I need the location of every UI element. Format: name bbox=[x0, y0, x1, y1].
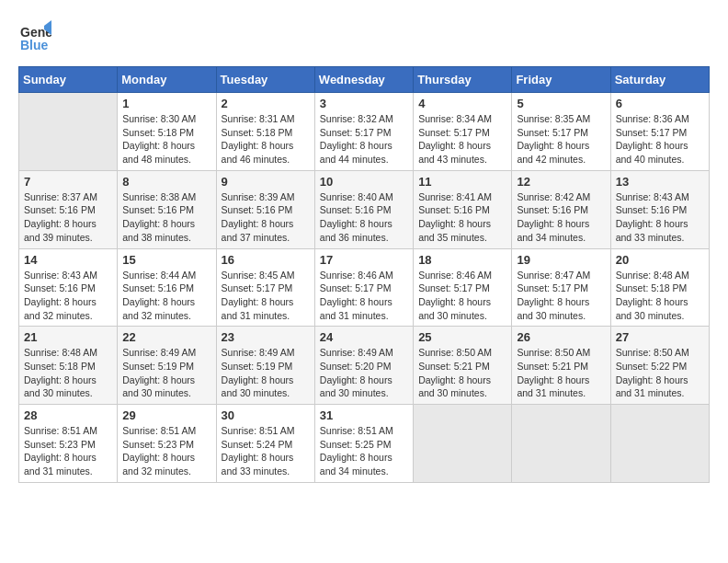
day-number: 6 bbox=[616, 97, 704, 110]
day-info: Sunrise: 8:39 AMSunset: 5:16 PMDaylight:… bbox=[222, 190, 310, 245]
day-info: Sunrise: 8:48 AMSunset: 5:18 PMDaylight:… bbox=[616, 269, 704, 323]
day-info: Sunrise: 8:45 AMSunset: 5:17 PMDaylight:… bbox=[222, 269, 310, 323]
day-number: 28 bbox=[24, 408, 112, 422]
calendar-cell: 22Sunrise: 8:49 AMSunset: 5:19 PMDayligh… bbox=[118, 327, 216, 405]
day-number: 8 bbox=[122, 175, 210, 189]
calendar-cell: 7Sunrise: 8:37 AMSunset: 5:16 PMDaylight… bbox=[19, 170, 118, 248]
day-info: Sunrise: 8:49 AMSunset: 5:19 PMDaylight:… bbox=[122, 346, 210, 400]
day-info: Sunrise: 8:35 AMSunset: 5:17 PMDaylight:… bbox=[517, 112, 605, 167]
calendar-week-row: 21Sunrise: 8:48 AMSunset: 5:18 PMDayligh… bbox=[19, 327, 710, 405]
page-header: General Blue bbox=[18, 18, 710, 52]
weekday-header: Thursday bbox=[414, 67, 512, 93]
day-number: 10 bbox=[320, 175, 408, 189]
calendar-cell: 4Sunrise: 8:34 AMSunset: 5:17 PMDaylight… bbox=[414, 93, 512, 171]
calendar-cell: 28Sunrise: 8:51 AMSunset: 5:23 PMDayligh… bbox=[19, 405, 118, 483]
day-info: Sunrise: 8:44 AMSunset: 5:16 PMDaylight:… bbox=[122, 269, 210, 323]
day-info: Sunrise: 8:51 AMSunset: 5:24 PMDaylight:… bbox=[222, 424, 310, 478]
day-number: 1 bbox=[122, 97, 210, 110]
day-info: Sunrise: 8:38 AMSunset: 5:16 PMDaylight:… bbox=[122, 190, 210, 245]
day-number: 20 bbox=[616, 253, 704, 267]
weekday-header: Saturday bbox=[610, 67, 709, 93]
day-number: 23 bbox=[222, 330, 310, 344]
day-info: Sunrise: 8:50 AMSunset: 5:22 PMDaylight:… bbox=[616, 346, 704, 400]
day-info: Sunrise: 8:30 AMSunset: 5:18 PMDaylight:… bbox=[122, 112, 210, 167]
day-number: 27 bbox=[616, 330, 704, 344]
day-info: Sunrise: 8:46 AMSunset: 5:17 PMDaylight:… bbox=[418, 269, 506, 323]
day-info: Sunrise: 8:46 AMSunset: 5:17 PMDaylight:… bbox=[320, 269, 408, 323]
weekday-header: Sunday bbox=[19, 67, 118, 93]
day-info: Sunrise: 8:47 AMSunset: 5:17 PMDaylight:… bbox=[517, 269, 605, 323]
day-info: Sunrise: 8:41 AMSunset: 5:16 PMDaylight:… bbox=[418, 190, 506, 245]
calendar-cell: 26Sunrise: 8:50 AMSunset: 5:21 PMDayligh… bbox=[512, 327, 610, 405]
day-info: Sunrise: 8:51 AMSunset: 5:23 PMDaylight:… bbox=[122, 424, 210, 478]
calendar-cell: 10Sunrise: 8:40 AMSunset: 5:16 PMDayligh… bbox=[314, 170, 413, 248]
day-info: Sunrise: 8:31 AMSunset: 5:18 PMDaylight:… bbox=[222, 112, 310, 167]
calendar-cell: 2Sunrise: 8:31 AMSunset: 5:18 PMDaylight… bbox=[216, 93, 314, 171]
day-info: Sunrise: 8:34 AMSunset: 5:17 PMDaylight:… bbox=[418, 112, 506, 167]
day-number: 25 bbox=[418, 330, 506, 344]
calendar-table: SundayMondayTuesdayWednesdayThursdayFrid… bbox=[18, 66, 710, 483]
day-info: Sunrise: 8:42 AMSunset: 5:16 PMDaylight:… bbox=[517, 190, 605, 245]
calendar-week-row: 7Sunrise: 8:37 AMSunset: 5:16 PMDaylight… bbox=[19, 170, 710, 248]
weekday-header: Tuesday bbox=[216, 67, 314, 93]
day-number: 7 bbox=[24, 175, 112, 189]
calendar-cell: 1Sunrise: 8:30 AMSunset: 5:18 PMDaylight… bbox=[118, 93, 216, 171]
day-number: 5 bbox=[517, 97, 605, 110]
day-number: 16 bbox=[222, 253, 310, 267]
day-number: 31 bbox=[320, 408, 408, 422]
logo: General Blue bbox=[18, 18, 53, 52]
calendar-cell: 15Sunrise: 8:44 AMSunset: 5:16 PMDayligh… bbox=[118, 248, 216, 327]
calendar-week-row: 28Sunrise: 8:51 AMSunset: 5:23 PMDayligh… bbox=[19, 405, 710, 483]
calendar-cell: 3Sunrise: 8:32 AMSunset: 5:17 PMDaylight… bbox=[314, 93, 413, 171]
day-number: 19 bbox=[517, 253, 605, 267]
calendar-cell bbox=[19, 93, 118, 171]
calendar-cell: 14Sunrise: 8:43 AMSunset: 5:16 PMDayligh… bbox=[19, 248, 118, 327]
calendar-header: SundayMondayTuesdayWednesdayThursdayFrid… bbox=[19, 67, 710, 93]
day-number: 2 bbox=[222, 97, 310, 110]
day-info: Sunrise: 8:50 AMSunset: 5:21 PMDaylight:… bbox=[517, 346, 605, 400]
calendar-cell: 24Sunrise: 8:49 AMSunset: 5:20 PMDayligh… bbox=[314, 327, 413, 405]
day-info: Sunrise: 8:40 AMSunset: 5:16 PMDaylight:… bbox=[320, 190, 408, 245]
calendar-cell: 20Sunrise: 8:48 AMSunset: 5:18 PMDayligh… bbox=[610, 248, 709, 327]
day-number: 15 bbox=[122, 253, 210, 267]
calendar-cell: 16Sunrise: 8:45 AMSunset: 5:17 PMDayligh… bbox=[216, 248, 314, 327]
calendar-cell: 8Sunrise: 8:38 AMSunset: 5:16 PMDaylight… bbox=[118, 170, 216, 248]
calendar-cell: 19Sunrise: 8:47 AMSunset: 5:17 PMDayligh… bbox=[512, 248, 610, 327]
day-info: Sunrise: 8:49 AMSunset: 5:20 PMDaylight:… bbox=[320, 346, 408, 400]
day-number: 13 bbox=[616, 175, 704, 189]
calendar-cell: 25Sunrise: 8:50 AMSunset: 5:21 PMDayligh… bbox=[414, 327, 512, 405]
day-info: Sunrise: 8:36 AMSunset: 5:17 PMDaylight:… bbox=[616, 112, 704, 167]
calendar-cell: 18Sunrise: 8:46 AMSunset: 5:17 PMDayligh… bbox=[414, 248, 512, 327]
calendar-week-row: 1Sunrise: 8:30 AMSunset: 5:18 PMDaylight… bbox=[19, 93, 710, 171]
calendar-cell: 21Sunrise: 8:48 AMSunset: 5:18 PMDayligh… bbox=[19, 327, 118, 405]
day-info: Sunrise: 8:50 AMSunset: 5:21 PMDaylight:… bbox=[418, 346, 506, 400]
calendar-body: 1Sunrise: 8:30 AMSunset: 5:18 PMDaylight… bbox=[19, 93, 710, 483]
logo-icon: General Blue bbox=[18, 18, 51, 52]
calendar-cell: 31Sunrise: 8:51 AMSunset: 5:25 PMDayligh… bbox=[314, 405, 413, 483]
day-number: 30 bbox=[222, 408, 310, 422]
day-number: 4 bbox=[418, 97, 506, 110]
weekday-header: Monday bbox=[118, 67, 216, 93]
day-number: 29 bbox=[122, 408, 210, 422]
day-info: Sunrise: 8:37 AMSunset: 5:16 PMDaylight:… bbox=[24, 190, 112, 245]
day-info: Sunrise: 8:43 AMSunset: 5:16 PMDaylight:… bbox=[24, 269, 112, 323]
calendar-cell: 29Sunrise: 8:51 AMSunset: 5:23 PMDayligh… bbox=[118, 405, 216, 483]
calendar-cell: 6Sunrise: 8:36 AMSunset: 5:17 PMDaylight… bbox=[610, 93, 709, 171]
calendar-cell: 27Sunrise: 8:50 AMSunset: 5:22 PMDayligh… bbox=[610, 327, 709, 405]
day-number: 24 bbox=[320, 330, 408, 344]
calendar-cell: 30Sunrise: 8:51 AMSunset: 5:24 PMDayligh… bbox=[216, 405, 314, 483]
day-info: Sunrise: 8:43 AMSunset: 5:16 PMDaylight:… bbox=[616, 190, 704, 245]
day-info: Sunrise: 8:48 AMSunset: 5:18 PMDaylight:… bbox=[24, 346, 112, 400]
day-number: 22 bbox=[122, 330, 210, 344]
calendar-cell: 12Sunrise: 8:42 AMSunset: 5:16 PMDayligh… bbox=[512, 170, 610, 248]
day-info: Sunrise: 8:51 AMSunset: 5:25 PMDaylight:… bbox=[320, 424, 408, 478]
day-number: 18 bbox=[418, 253, 506, 267]
weekday-header: Wednesday bbox=[314, 67, 413, 93]
weekday-header: Friday bbox=[512, 67, 610, 93]
day-number: 26 bbox=[517, 330, 605, 344]
calendar-cell: 11Sunrise: 8:41 AMSunset: 5:16 PMDayligh… bbox=[414, 170, 512, 248]
day-number: 12 bbox=[517, 175, 605, 189]
day-number: 21 bbox=[24, 330, 112, 344]
day-number: 14 bbox=[24, 253, 112, 267]
day-number: 9 bbox=[222, 175, 310, 189]
